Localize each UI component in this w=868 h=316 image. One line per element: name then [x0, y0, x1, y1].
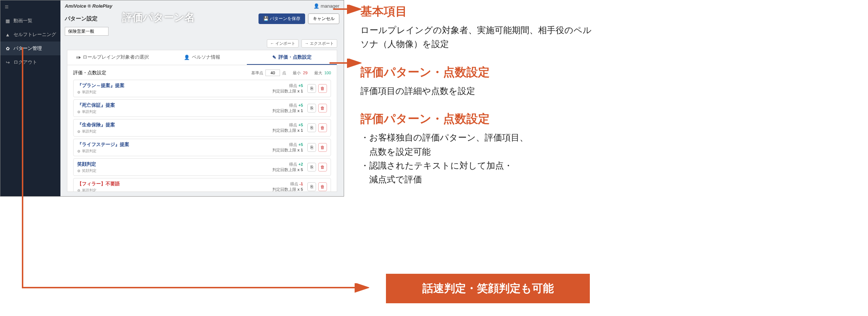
sidebar-item-0[interactable]: ▦動画一覧 [0, 14, 60, 28]
import-button[interactable]: ← インポート [267, 39, 299, 48]
menu-icon[interactable]: ≡ [0, 0, 60, 14]
overlay-pattern-name-label: 評価パターン名 [122, 11, 195, 24]
save-button[interactable]: 💾 パターンを保存 [259, 13, 305, 24]
sidebar-label: セルフトレーニング [13, 31, 56, 38]
cancel-button[interactable]: キャンセル [308, 13, 339, 24]
topbar: AmiVoice ® RolePlay 👤 manager [60, 0, 344, 11]
page-title: パターン設定 [65, 15, 98, 22]
anno-text-1: ロールプレイングの対象者、実施可能期間、相手役のペルソナ（人物像）を設定 [360, 23, 597, 51]
brand-label: AmiVoice ® RolePlay [65, 3, 112, 9]
sidebar-label: 動画一覧 [13, 17, 32, 24]
anno-title-1: 基本項目 [360, 4, 597, 20]
anno-text-3: ・お客様独自の評価パターン、評価項目、 点数を設定可能 ・認識されたテキストに対… [360, 131, 597, 187]
export-button[interactable]: → エクスポート [301, 39, 337, 48]
anno-title-2: 評価パターン・点数設定 [360, 64, 597, 80]
sidebar-icon: ✿ [5, 46, 11, 51]
sidebar-item-1[interactable]: ▲セルフトレーニング [0, 28, 60, 42]
titlebar: パターン設定 評価パターン名 💾 パターンを保存 キャンセル [60, 11, 344, 25]
annotations: 基本項目 ロールプレイングの対象者、実施可能期間、相手役のペルソナ（人物像）を設… [360, 4, 597, 200]
sidebar-icon: ▦ [5, 18, 11, 24]
anno-title-3: 評価パターン・点数設定 [360, 111, 597, 127]
sidebar-icon: ↪ [5, 60, 11, 65]
sidebar-icon: ▲ [5, 32, 11, 37]
anno-text-2: 評価項目の詳細や点数を設定 [360, 84, 597, 98]
bottom-callout: 話速判定・笑顔判定も可能 [386, 274, 590, 303]
pattern-name-input[interactable] [65, 27, 108, 36]
